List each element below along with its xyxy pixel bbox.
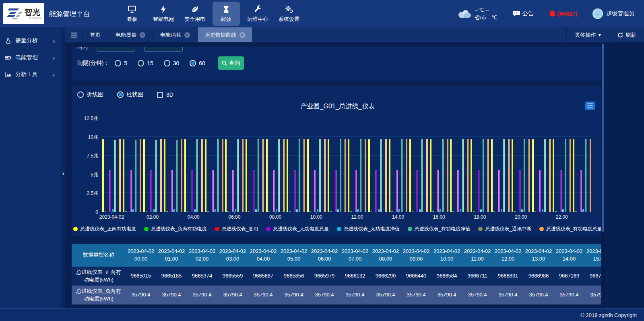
tab-close-icon[interactable]: ✕: [140, 32, 145, 38]
bar[interactable]: [442, 139, 444, 212]
bar[interactable]: [376, 170, 377, 212]
bar[interactable]: [319, 139, 321, 212]
bar[interactable]: [549, 139, 551, 212]
bar[interactable]: [235, 209, 236, 212]
bar[interactable]: [232, 170, 234, 212]
interval-radio-30[interactable]: 30: [164, 60, 180, 66]
sidebar-item-2[interactable]: 电能管理‹: [0, 49, 60, 66]
bar[interactable]: [119, 139, 121, 212]
bar[interactable]: [348, 139, 349, 212]
bar[interactable]: [562, 209, 564, 212]
nav-item-5[interactable]: 运维中心: [244, 2, 271, 26]
bar[interactable]: [205, 139, 206, 212]
bar[interactable]: [542, 209, 543, 212]
nav-item-4[interactable]: 能效: [213, 2, 240, 26]
refresh-button[interactable]: 刷新: [609, 27, 644, 42]
scrollbar-thumb[interactable]: [602, 43, 604, 232]
sidebar-item-3[interactable]: 分析工具‹: [0, 66, 60, 83]
tab-2[interactable]: 电能质量✕: [108, 27, 153, 42]
bar[interactable]: [340, 139, 341, 212]
bar[interactable]: [389, 139, 390, 212]
legend-item-6[interactable]: 总进线仪表_有功电度净值: [408, 226, 471, 232]
bar[interactable]: [570, 139, 571, 212]
tab-close-icon[interactable]: ✕: [239, 32, 245, 38]
bar[interactable]: [575, 211, 577, 212]
bar[interactable]: [521, 209, 523, 212]
bar[interactable]: [371, 211, 372, 212]
alarm-button[interactable]: (64527): [549, 10, 577, 17]
interval-radio-15[interactable]: 15: [138, 60, 153, 66]
bar[interactable]: [491, 139, 493, 212]
bar[interactable]: [276, 209, 277, 212]
bar[interactable]: [419, 209, 421, 212]
bar[interactable]: [585, 139, 586, 212]
bar[interactable]: [143, 139, 145, 212]
bar[interactable]: [160, 139, 162, 212]
bar[interactable]: [324, 139, 326, 212]
bar[interactable]: [248, 211, 250, 212]
bar[interactable]: [262, 139, 264, 212]
legend-item-5[interactable]: 总进线仪表_无功电度净值: [337, 226, 400, 232]
bar[interactable]: [102, 139, 104, 212]
bar[interactable]: [480, 209, 482, 212]
bar[interactable]: [539, 170, 541, 212]
legend-item-8[interactable]: 总进线仪表_有功电度总量: [539, 226, 602, 232]
bar[interactable]: [330, 211, 332, 212]
bar[interactable]: [471, 139, 472, 212]
bar[interactable]: [173, 209, 175, 212]
bar[interactable]: [498, 170, 500, 212]
bar[interactable]: [460, 209, 461, 212]
bar[interactable]: [242, 139, 244, 212]
bar[interactable]: [201, 139, 203, 212]
bar[interactable]: [112, 209, 114, 212]
bar[interactable]: [296, 209, 298, 212]
tab-3[interactable]: 电能消耗✕: [153, 27, 198, 42]
bar[interactable]: [560, 170, 561, 212]
bar[interactable]: [430, 139, 431, 212]
bar[interactable]: [406, 139, 407, 212]
bar[interactable]: [155, 140, 157, 212]
bar[interactable]: [187, 211, 188, 212]
bar[interactable]: [196, 139, 198, 212]
bar[interactable]: [278, 139, 280, 212]
bar[interactable]: [590, 139, 591, 212]
bar[interactable]: [360, 139, 361, 212]
bar[interactable]: [565, 139, 566, 212]
bar[interactable]: [417, 170, 418, 212]
bar[interactable]: [207, 211, 209, 212]
bar[interactable]: [217, 139, 219, 212]
bar[interactable]: [303, 139, 305, 212]
nav-item-6[interactable]: 系统设置: [275, 2, 303, 26]
tab-operations-dropdown[interactable]: 页签操作 ▾: [566, 27, 609, 42]
bar[interactable]: [528, 139, 530, 212]
bar[interactable]: [501, 209, 502, 212]
bar[interactable]: [473, 211, 475, 212]
sidebar-item-1[interactable]: 需量分析‹: [0, 32, 60, 49]
bar[interactable]: [164, 139, 165, 212]
bar[interactable]: [391, 211, 393, 212]
bar[interactable]: [440, 209, 441, 212]
bar[interactable]: [532, 139, 534, 212]
bar[interactable]: [462, 139, 464, 212]
bar[interactable]: [184, 139, 186, 212]
bar[interactable]: [519, 170, 520, 212]
legend-item-1[interactable]: 总进线仪表_正向有功电度: [73, 226, 136, 232]
bar[interactable]: [524, 139, 525, 212]
bar[interactable]: [258, 139, 259, 212]
user-menu[interactable]: ≡ 超级管理员: [592, 8, 634, 19]
bar[interactable]: [380, 139, 382, 212]
bar[interactable]: [365, 139, 366, 212]
bar[interactable]: [508, 139, 510, 212]
sidebar-collapse-handle[interactable]: ◂: [61, 170, 65, 177]
chart-type-radio-柱状图[interactable]: 柱状图: [117, 91, 143, 98]
bar[interactable]: [266, 139, 268, 212]
bar[interactable]: [227, 211, 229, 212]
bar[interactable]: [426, 139, 428, 212]
bar[interactable]: [181, 139, 182, 212]
bar[interactable]: [151, 170, 152, 212]
bar[interactable]: [378, 209, 380, 212]
vertical-scrollbar[interactable]: [601, 43, 605, 309]
bar[interactable]: [253, 170, 254, 212]
bar[interactable]: [535, 211, 536, 212]
bar[interactable]: [412, 211, 413, 212]
